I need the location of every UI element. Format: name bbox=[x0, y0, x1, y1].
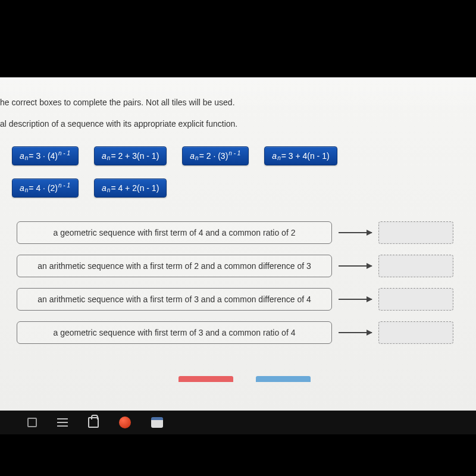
tile-row-2: an = 4 · (2)n - 1 an = 4 + 2(n - 1) bbox=[12, 178, 167, 198]
description-box-2: an arithmetic sequence with a first term… bbox=[17, 255, 332, 277]
drop-target-2[interactable] bbox=[378, 255, 453, 277]
match-row-1: a geometric sequence with first term of … bbox=[17, 221, 469, 244]
action-buttons bbox=[178, 376, 311, 382]
tile-formula-2[interactable]: an = 2 + 3(n - 1) bbox=[94, 146, 167, 165]
screen-photo: he correct boxes to complete the pairs. … bbox=[0, 0, 476, 476]
tile-formula-6[interactable]: an = 4 + 2(n - 1) bbox=[94, 178, 167, 198]
match-row-2: an arithmetic sequence with a first term… bbox=[17, 255, 469, 277]
submit-button[interactable] bbox=[256, 376, 311, 382]
app-icon[interactable] bbox=[151, 417, 163, 428]
instructions-line-2: al description of a sequence with its ap… bbox=[0, 119, 237, 129]
arrow-icon bbox=[332, 299, 378, 300]
description-box-4: a geometric sequence with first term of … bbox=[17, 321, 332, 344]
tile-row-1: an = 3 · (4)n - 1 an = 2 + 3(n - 1) an =… bbox=[12, 146, 337, 165]
taskbar bbox=[0, 411, 476, 434]
arrow-icon bbox=[332, 332, 378, 333]
matching-area: a geometric sequence with first term of … bbox=[17, 221, 469, 355]
drop-target-1[interactable] bbox=[378, 221, 453, 244]
tile-formula-4[interactable]: an = 3 + 4(n - 1) bbox=[264, 146, 337, 165]
drop-target-4[interactable] bbox=[378, 321, 453, 344]
tile-formula-1[interactable]: an = 3 · (4)n - 1 bbox=[12, 146, 79, 165]
description-box-1: a geometric sequence with first term of … bbox=[17, 221, 332, 244]
drop-target-3[interactable] bbox=[378, 288, 453, 311]
match-row-4: a geometric sequence with first term of … bbox=[17, 321, 469, 344]
reset-button[interactable] bbox=[178, 376, 233, 382]
store-icon[interactable] bbox=[88, 417, 99, 428]
description-box-3: an arithmetic sequence with a first term… bbox=[17, 288, 332, 311]
browser-icon[interactable] bbox=[119, 416, 131, 428]
match-row-3: an arithmetic sequence with a first term… bbox=[17, 288, 469, 311]
taskbar-icon[interactable] bbox=[57, 418, 68, 427]
arrow-icon bbox=[332, 232, 378, 233]
tile-formula-3[interactable]: an = 2 · (3)n - 1 bbox=[182, 146, 249, 165]
instructions-line-1: he correct boxes to complete the pairs. … bbox=[0, 96, 235, 109]
tile-formula-5[interactable]: an = 4 · (2)n - 1 bbox=[12, 178, 79, 198]
arrow-icon bbox=[332, 265, 378, 267]
taskbar-icon[interactable] bbox=[27, 418, 37, 427]
